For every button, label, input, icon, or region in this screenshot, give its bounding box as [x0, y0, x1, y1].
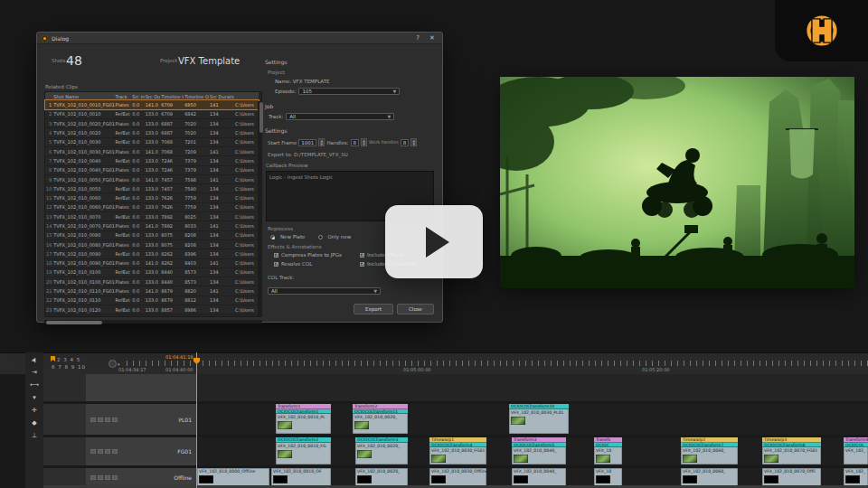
work-handles-input[interactable]: 8 — [401, 139, 410, 146]
play-button[interactable] — [385, 205, 483, 278]
table-row[interactable]: 16TVFX_102_010_0080_FG01Plates0.0133.080… — [45, 239, 259, 249]
timeline-clip[interactable]: OCIOCOLTransform2VFX_102_010_0010_FG — [276, 437, 331, 465]
table-row[interactable]: 9TVFX_102_010_0050_FG01Plates0.0141.0745… — [45, 174, 259, 183]
table-column-header[interactable]: Track — [115, 92, 132, 100]
track-lane[interactable]: Transform1OCIOCOLTransform1VFX_102_010_0… — [197, 404, 868, 435]
timeline-clip[interactable]: VFX_102_010_0070_Offli — [762, 468, 821, 486]
track-record-icon[interactable] — [90, 449, 96, 454]
table-row[interactable]: 18TVFX_102_010_0090_FG01Plates0.0141.082… — [45, 258, 259, 267]
timeline-clip[interactable]: Transform4OCIOCOLVFX_102_ — [844, 437, 868, 465]
timeline-clip[interactable]: VFX_102_010_0000_Offline — [197, 468, 269, 486]
episode-select[interactable]: 105▼ — [298, 88, 400, 95]
table-row[interactable]: 19TVFX_102_010_0100RefExt0.0133.08440857… — [45, 267, 259, 277]
only-new-radio[interactable]: Only new — [318, 234, 352, 239]
table-cell: RefExt — [115, 249, 132, 258]
track-preview-icon[interactable] — [98, 418, 103, 422]
stepper-icon[interactable]: ▲▼ — [410, 138, 417, 146]
table-row[interactable]: 20TVFX_102_010_0100_FG01Plates0.0133.084… — [45, 277, 259, 286]
timeline-clip[interactable]: Timewarp2OCIOCOLTransform7VFX_102_010_00… — [681, 437, 738, 465]
track-mute-icon[interactable] — [105, 475, 110, 480]
table-column-header[interactable] — [234, 92, 259, 100]
clips-table[interactable]: Shot NameTrackSrc InSrc OutTimeline InTi… — [44, 91, 262, 317]
table-row[interactable]: 3TVFX_102_010_0020_FG01Plates0.0133.0688… — [45, 119, 259, 128]
table-row[interactable]: 15TVFX_102_010_0080RefExt0.0133.08075820… — [45, 230, 259, 239]
col-track-select[interactable]: All▼ — [268, 287, 381, 295]
table-column-header[interactable]: Src Out — [145, 92, 161, 100]
track-header[interactable]: PL01 — [86, 404, 197, 435]
start-frame-input[interactable]: 1001 — [298, 139, 316, 146]
table-column-header[interactable] — [45, 92, 52, 100]
table-row[interactable]: 23TVFX_102_010_0120RefExt0.0133.08857898… — [45, 305, 259, 314]
track-select[interactable]: All▼ — [286, 113, 394, 120]
resolve-col-checkbox[interactable]: Resolve COL — [274, 261, 360, 267]
track-lock-icon[interactable] — [112, 418, 118, 422]
compress-plates-checkbox[interactable]: Compress Plates to JPGs — [274, 252, 360, 258]
table-row[interactable]: 10TVFX_102_010_0050RefExt0.0133.07457759… — [45, 184, 259, 193]
table-column-header[interactable]: Timeline In — [160, 92, 184, 100]
table-row[interactable]: 5TVFX_102_010_0030RefExt0.0133.070687201… — [45, 137, 259, 146]
handles-input[interactable]: 8 — [351, 139, 360, 146]
track-preview-icon[interactable] — [98, 449, 103, 454]
stepper-icon[interactable]: ▲▼ — [361, 138, 367, 146]
table-row[interactable]: 13TVFX_102_010_0070RefExt0.0133.07892802… — [45, 212, 259, 221]
timeline-clip[interactable]: Transform3OCIOCOLTransform5VFX_102_010_0… — [512, 437, 566, 465]
timeline-clip[interactable]: Timewarp3OCIOCOLTransform8VFX_102_010_00… — [762, 437, 821, 465]
track-header[interactable]: FG01 — [86, 437, 197, 465]
help-button[interactable]: ? — [412, 34, 423, 42]
table-horizontal-scrollbar[interactable] — [44, 320, 262, 324]
track-lane[interactable] — [197, 374, 868, 401]
track-header[interactable]: Offline — [86, 468, 197, 487]
timeline-clip[interactable]: VFX_102_010_0030_Offline — [429, 468, 486, 486]
timeline-clip[interactable]: VFX_102_ — [844, 468, 868, 486]
table-header-row[interactable]: Shot NameTrackSrc InSrc OutTimeline InTi… — [45, 92, 259, 100]
track-record-icon[interactable] — [90, 418, 96, 422]
table-row[interactable]: 6TVFX_102_010_0030_FG01Plates0.0141.0706… — [45, 146, 259, 155]
playhead[interactable] — [196, 352, 197, 488]
close-button[interactable]: Close — [397, 304, 434, 314]
close-icon[interactable]: ✕ — [427, 34, 438, 42]
timeline-clip[interactable]: Transform2OCIOCOLTransform11VFX_102_010_… — [353, 404, 408, 434]
table-row[interactable]: 21TVFX_102_010_0110_FG01Plates0.0141.086… — [45, 286, 259, 296]
export-button[interactable]: Export — [354, 304, 393, 314]
timeline-clip[interactable]: OCIOCOLTransform3VFX_102_010_0020_ — [355, 437, 408, 465]
table-row[interactable]: 7TVFX_102_010_0040RefExt0.0133.072467379… — [45, 156, 259, 165]
track-record-icon[interactable] — [90, 475, 96, 480]
timeline-clip[interactable]: OCIOCOLTransform10VFX_102_010_0030_PL01 — [509, 404, 569, 434]
table-column-header[interactable]: Src Duration — [209, 92, 234, 100]
table-row[interactable]: 11TVFX_102_010_0060RefExt0.0133.07626775… — [45, 193, 259, 202]
timeline-clip[interactable]: VFX_102_010_0040_ — [512, 468, 566, 486]
track-lock-icon[interactable] — [112, 475, 118, 480]
table-row[interactable]: 1TVFX_102_010_0010_FG01Plates0.0141.0670… — [45, 100, 259, 109]
table-row[interactable]: 8TVFX_102_010_0040_FG01Plates0.0133.0724… — [45, 165, 259, 174]
track-lane[interactable]: VFX_102_010_0000_OfflineVFX_102_010_0010… — [197, 468, 868, 487]
timeline-clip[interactable]: VFX_10 — [594, 468, 622, 486]
dialog-titlebar[interactable]: Dialog ? ✕ — [37, 33, 442, 44]
table-row[interactable]: 17TVFX_102_010_0090RefExt0.0133.08262839… — [45, 249, 259, 258]
stepper-icon[interactable]: ▲▼ — [318, 138, 325, 146]
track-lane[interactable]: OCIOCOLTransform2VFX_102_010_0010_FGOCIO… — [197, 437, 868, 465]
table-column-header[interactable]: Src In — [131, 92, 144, 100]
table-row[interactable]: 12TVFX_102_010_0060_FG01Plates0.0133.076… — [45, 202, 259, 211]
timeline-clip[interactable]: VFX_102_010_0010_OF — [271, 468, 331, 486]
new-plate-radio[interactable]: New Plate — [270, 234, 306, 239]
timeline-clip[interactable]: VFX_102_010_0060_ — [681, 468, 738, 486]
table-cell: 133.0 — [145, 193, 161, 202]
table-cell: 8075 — [160, 239, 184, 249]
track-preview-icon[interactable] — [98, 475, 103, 480]
table-vertical-scrollbar[interactable] — [258, 101, 261, 316]
timeline-clip[interactable]: VFX_102_010_0020_ — [355, 468, 408, 486]
table-row[interactable]: 2TVFX_102_010_0010RefExt0.0133.067096842… — [45, 109, 259, 118]
table-cell: 8440 — [160, 267, 184, 277]
table-column-header[interactable]: Shot Name — [52, 92, 114, 100]
table-row[interactable]: 22TVFX_102_010_0110RefExt0.0133.08679881… — [45, 296, 259, 305]
timeline-clip[interactable]: Transform1OCIOCOLTransform1VFX_102_010_0… — [276, 404, 331, 434]
table-column-header[interactable]: Timeline Out — [184, 92, 209, 100]
table-row[interactable]: 14TVFX_102_010_0070_FG01Plates0.0141.078… — [45, 221, 259, 230]
timeline-clip[interactable]: Timewarp1OCIOCOLTransform4VFX_102_010_00… — [429, 437, 486, 465]
track-mute-icon[interactable] — [105, 449, 110, 454]
timeline-clip[interactable]: TransfoOCIOCVFX_10 — [594, 437, 622, 465]
table-row[interactable]: 4TVFX_102_010_0020RefExt0.0133.068877020… — [45, 128, 259, 137]
track-lock-icon[interactable] — [112, 449, 118, 454]
track-mute-icon[interactable] — [105, 418, 110, 422]
table-cell: C:\Users — [234, 221, 259, 230]
